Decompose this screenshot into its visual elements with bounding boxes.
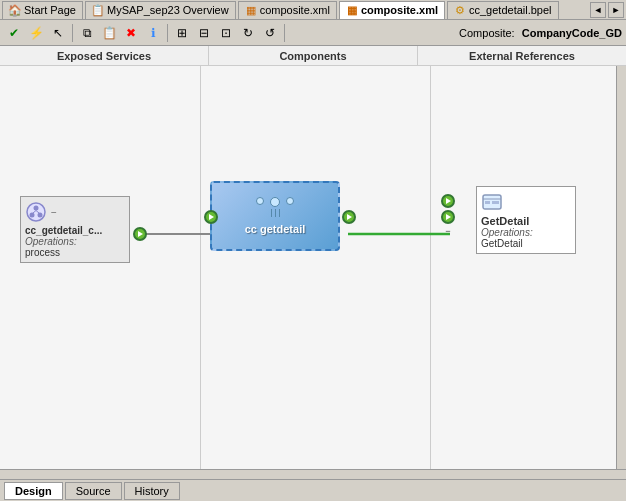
copy-btn[interactable]: ⧉ <box>77 23 97 43</box>
section-components: Components <box>209 46 418 65</box>
xml-icon-2: ▦ <box>346 4 358 16</box>
cc-component[interactable]: cc getdetail <box>210 181 340 251</box>
tool10-btn[interactable]: ⊡ <box>216 23 236 43</box>
bpel-output-port[interactable] <box>133 227 147 241</box>
getdetail-port-bottom[interactable] <box>441 210 455 224</box>
home-icon: 🏠 <box>9 4 21 16</box>
getdetail-ops-label: Operations: <box>481 227 571 238</box>
tool3-btn[interactable]: ↖ <box>48 23 68 43</box>
tab-composite-xml-2[interactable]: ▦ composite.xml <box>339 1 445 19</box>
cc-dot-1 <box>256 197 264 205</box>
cc-icon: cc getdetail <box>245 197 306 235</box>
bpel-ops-label: Operations: <box>25 236 125 247</box>
tab-next-btn[interactable]: ► <box>608 2 624 18</box>
bpel-component[interactable]: − cc_getdetail_c... Operations: process <box>20 196 130 263</box>
bpel-service-icon <box>25 201 47 223</box>
getdetail-component[interactable]: GetDetail Operations: GetDetail <box>476 186 576 254</box>
section-external-references: External References <box>418 46 626 65</box>
cc-dot-main <box>270 197 280 207</box>
col-divider-right <box>430 66 431 469</box>
cc-input-port[interactable] <box>204 210 218 224</box>
cc-output-port[interactable] <box>342 210 356 224</box>
delete-btn[interactable]: ✖ <box>121 23 141 43</box>
bpel-icon-row: − <box>25 201 125 223</box>
web-service-icon <box>481 191 503 213</box>
tab-cc-getdetail-bpel[interactable]: ⚙ cc_getdetail.bpel <box>447 1 559 19</box>
run-btn[interactable]: ⚡ <box>26 23 46 43</box>
section-headers: Exposed Services Components External Ref… <box>0 46 626 66</box>
getdetail-ops-value: GetDetail <box>481 238 571 249</box>
paste-btn[interactable]: 📋 <box>99 23 119 43</box>
getdetail-title: GetDetail <box>481 215 571 227</box>
cc-line-3 <box>279 209 280 217</box>
composite-label: Composite: CompanyCode_GD <box>459 27 622 39</box>
svg-point-5 <box>38 213 43 218</box>
tool9-btn[interactable]: ⊟ <box>194 23 214 43</box>
svg-point-4 <box>30 213 35 218</box>
tab-mysap-overview[interactable]: 📋 MySAP_sep23 Overview <box>85 1 236 19</box>
cc-line-1 <box>271 209 272 217</box>
cc-label: cc getdetail <box>245 223 306 235</box>
tool12-btn[interactable]: ↺ <box>260 23 280 43</box>
getdetail-port-cluster: − <box>441 194 455 236</box>
cc-icon-top <box>256 197 294 207</box>
port-minus: − <box>441 226 455 236</box>
xml-icon-1: ▦ <box>245 4 257 16</box>
cc-box: cc getdetail <box>210 181 340 251</box>
cc-output-arrow <box>347 214 352 220</box>
canvas-container: Exposed Services Components External Ref… <box>0 46 626 479</box>
tab-start-page[interactable]: 🏠 Start Page <box>2 1 83 19</box>
info-btn[interactable]: ℹ <box>143 23 163 43</box>
getdetail-port-top[interactable] <box>441 194 455 208</box>
cc-line-2 <box>275 209 276 217</box>
tool8-btn[interactable]: ⊞ <box>172 23 192 43</box>
canvas-inner: − cc_getdetail_c... Operations: process <box>0 66 626 469</box>
cc-lines <box>271 209 280 217</box>
connection-svg <box>0 66 626 469</box>
tool11-btn[interactable]: ↻ <box>238 23 258 43</box>
bpel-box: − cc_getdetail_c... Operations: process <box>20 196 130 263</box>
sep2 <box>167 24 168 42</box>
col-divider-left <box>200 66 201 469</box>
canvas[interactable]: − cc_getdetail_c... Operations: process <box>0 66 626 469</box>
svg-rect-10 <box>485 201 490 204</box>
bpel-icon: ⚙ <box>454 4 466 16</box>
cc-dot-2 <box>286 197 294 205</box>
bpel-title: cc_getdetail_c... <box>25 225 125 236</box>
tab-bar: 🏠 Start Page 📋 MySAP_sep23 Overview ▦ co… <box>0 0 626 20</box>
sep1 <box>72 24 73 42</box>
bpel-ops-value: process <box>25 247 125 258</box>
status-tab-history[interactable]: History <box>124 482 180 500</box>
tab-composite-xml-1[interactable]: ▦ composite.xml <box>238 1 337 19</box>
status-tab-design[interactable]: Design <box>4 482 63 500</box>
validate-btn[interactable]: ✔ <box>4 23 24 43</box>
sep3 <box>284 24 285 42</box>
cc-input-arrow <box>209 214 214 220</box>
svg-rect-11 <box>492 201 499 204</box>
getdetail-box: GetDetail Operations: GetDetail <box>476 186 576 254</box>
section-exposed-services: Exposed Services <box>0 46 209 65</box>
status-bar: Design Source History <box>0 479 626 501</box>
horizontal-scrollbar[interactable] <box>0 469 626 479</box>
svg-point-3 <box>34 206 39 211</box>
port-arrow <box>138 231 143 237</box>
getdetail-icon-row <box>481 191 571 213</box>
vertical-scrollbar[interactable] <box>616 66 626 469</box>
tab-prev-btn[interactable]: ◄ <box>590 2 606 18</box>
tab-nav: ◄ ► <box>590 2 624 18</box>
toolbar: ✔ ⚡ ↖ ⧉ 📋 ✖ ℹ ⊞ ⊟ ⊡ ↻ ↺ Composite: Compa… <box>0 20 626 46</box>
status-tab-source[interactable]: Source <box>65 482 122 500</box>
overview-icon: 📋 <box>92 4 104 16</box>
